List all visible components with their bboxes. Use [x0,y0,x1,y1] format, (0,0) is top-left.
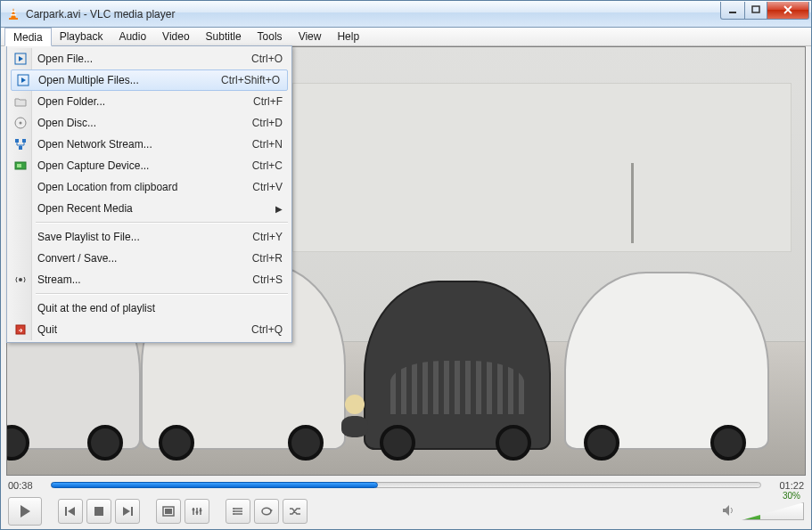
svg-rect-16 [17,164,21,167]
svg-point-29 [200,510,202,512]
window-buttons [721,2,809,20]
svg-rect-18 [16,325,25,334]
svg-marker-21 [68,507,75,516]
svg-marker-19 [21,505,30,518]
submenu-arrow-icon: ▶ [275,204,283,214]
capture-icon [13,159,28,173]
svg-rect-22 [94,507,103,516]
menu-open-disc[interactable]: Open Disc... Ctrl+D [9,112,290,134]
svg-rect-3 [9,18,18,20]
svg-point-31 [233,510,234,512]
menu-open-multiple-files[interactable]: Open Multiple Files... Ctrl+Shift+O [11,69,288,91]
svg-rect-13 [22,139,26,143]
svg-rect-2 [11,14,16,16]
folder-icon [13,94,28,109]
play-file-icon [13,52,28,66]
menu-subtitle[interactable]: Subtitle [198,28,250,45]
svg-point-32 [233,513,234,515]
svg-point-17 [19,278,22,281]
quit-icon [13,322,28,337]
volume-control: 30% [722,502,804,520]
menu-open-recent-media[interactable]: Open Recent Media ▶ [9,198,290,219]
fullscreen-button[interactable] [156,499,181,524]
window-title: Carpark.avi - VLC media player [26,8,175,20]
menu-tools[interactable]: Tools [250,28,291,45]
svg-rect-24 [131,507,133,516]
svg-marker-7 [19,56,23,61]
volume-slider[interactable] [742,502,804,520]
network-icon [13,137,28,151]
menu-separator [36,293,288,295]
svg-point-30 [233,508,234,510]
svg-rect-12 [15,139,19,143]
app-window: Carpark.avi - VLC media player Media Pla… [0,0,812,530]
lamp-post [631,163,634,243]
menu-quit-end-playlist[interactable]: Quit at the end of playlist [9,298,290,319]
extended-settings-button[interactable] [185,499,209,524]
svg-marker-9 [21,77,26,83]
maximize-button[interactable] [744,2,767,20]
vlc-cone-icon [6,7,21,21]
stop-button[interactable] [86,499,111,524]
svg-rect-5 [752,6,759,12]
play-button[interactable] [8,497,42,526]
menu-audio[interactable]: Audio [111,28,154,45]
svg-point-28 [196,511,199,514]
next-button[interactable] [115,499,140,524]
stream-icon [13,273,28,287]
previous-button[interactable] [58,499,83,524]
titlebar[interactable]: Carpark.avi - VLC media player [1,1,811,28]
menu-playback[interactable]: Playback [52,28,111,45]
playlist-button[interactable] [226,499,250,524]
media-dropdown: Open File... Ctrl+O Open Multiple Files.… [6,45,292,343]
car [364,281,551,450]
svg-rect-26 [165,509,172,514]
character [337,395,373,439]
loop-button[interactable] [254,499,279,524]
play-file-icon [16,73,30,87]
minimize-button[interactable] [720,2,745,20]
svg-rect-20 [65,507,67,516]
menu-open-file[interactable]: Open File... Ctrl+O [9,48,290,69]
menu-stream[interactable]: Stream... Ctrl+S [9,269,290,290]
menu-video[interactable]: Video [154,28,197,45]
menu-help[interactable]: Help [329,28,367,45]
menu-open-capture-device[interactable]: Open Capture Device... Ctrl+C [9,155,290,176]
seek-slider[interactable] [51,479,761,492]
menu-open-network-stream[interactable]: Open Network Stream... Ctrl+N [9,134,290,155]
menu-convert-save[interactable]: Convert / Save... Ctrl+R [9,248,290,269]
menu-view[interactable]: View [291,28,330,45]
controls-bar: 00:38 01:22 [1,476,811,529]
menu-separator [36,222,288,224]
svg-point-11 [20,122,22,125]
menubar: Media Playback Audio Video Subtitle Tool… [1,28,811,46]
svg-point-27 [193,509,195,511]
menu-quit[interactable]: Quit Ctrl+Q [9,319,290,340]
menu-media[interactable]: Media [4,28,52,46]
background-building [292,83,791,252]
menu-open-location-clipboard[interactable]: Open Location from clipboard Ctrl+V [9,176,290,198]
close-button[interactable] [767,2,809,20]
volume-percent-label: 30% [783,491,800,501]
speaker-icon[interactable] [722,504,736,519]
disc-icon [13,116,28,130]
svg-rect-1 [12,11,16,12]
menu-save-playlist[interactable]: Save Playlist to File... Ctrl+Y [9,226,290,248]
svg-marker-0 [11,8,16,19]
elapsed-time[interactable]: 00:38 [8,480,44,491]
svg-rect-4 [729,12,736,13]
svg-marker-23 [123,507,130,516]
shuffle-button[interactable] [283,499,308,524]
menu-open-folder[interactable]: Open Folder... Ctrl+F [9,91,290,112]
svg-marker-34 [723,505,729,516]
total-time[interactable]: 01:22 [768,480,804,491]
car [564,272,769,450]
